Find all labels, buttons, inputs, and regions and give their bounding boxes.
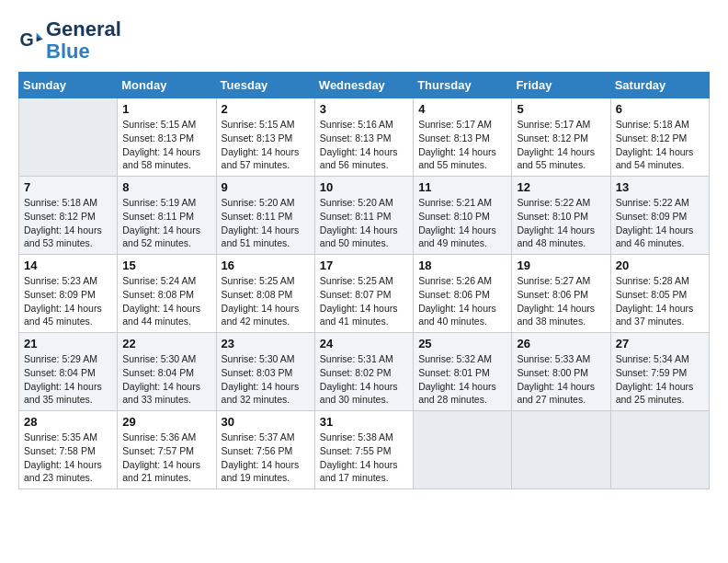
day-number: 3 [320,102,408,116]
calendar-cell: 14Sunrise: 5:23 AM Sunset: 8:09 PM Dayli… [19,255,118,333]
day-info: Sunrise: 5:29 AM Sunset: 8:04 PM Dayligh… [24,352,112,407]
day-info: Sunrise: 5:20 AM Sunset: 8:11 PM Dayligh… [222,196,310,250]
calendar-week-row: 1Sunrise: 5:15 AM Sunset: 8:13 PM Daylig… [19,98,710,177]
day-number: 10 [320,180,408,194]
day-info: Sunrise: 5:27 AM Sunset: 8:06 PM Dayligh… [517,274,605,328]
day-info: Sunrise: 5:23 AM Sunset: 8:09 PM Dayligh… [24,274,112,328]
day-info: Sunrise: 5:33 AM Sunset: 8:00 PM Dayligh… [517,352,605,407]
calendar-cell: 9Sunrise: 5:20 AM Sunset: 8:11 PM Daylig… [216,177,314,255]
day-info: Sunrise: 5:31 AM Sunset: 8:02 PM Dayligh… [320,352,408,407]
day-number: 9 [222,180,310,194]
day-number: 1 [122,102,210,116]
day-number: 22 [122,337,210,350]
day-number: 25 [418,337,506,350]
calendar-week-row: 21Sunrise: 5:29 AM Sunset: 8:04 PM Dayli… [19,333,710,411]
day-info: Sunrise: 5:24 AM Sunset: 8:08 PM Dayligh… [122,274,210,328]
day-number: 6 [616,102,704,116]
day-info: Sunrise: 5:22 AM Sunset: 8:09 PM Dayligh… [616,196,704,250]
calendar-body: 1Sunrise: 5:15 AM Sunset: 8:13 PM Daylig… [19,98,710,489]
calendar-cell: 2Sunrise: 5:15 AM Sunset: 8:13 PM Daylig… [216,98,314,177]
day-number: 13 [616,180,704,194]
day-number: 26 [517,337,605,350]
calendar-header: SundayMondayTuesdayWednesdayThursdayFrid… [19,73,710,98]
calendar-cell: 7Sunrise: 5:18 AM Sunset: 8:12 PM Daylig… [19,177,118,255]
day-info: Sunrise: 5:20 AM Sunset: 8:11 PM Dayligh… [320,196,408,250]
day-number: 15 [122,259,210,272]
calendar-cell: 21Sunrise: 5:29 AM Sunset: 8:04 PM Dayli… [19,333,118,411]
weekday-header: Thursday [414,73,512,98]
calendar-cell: 1Sunrise: 5:15 AM Sunset: 8:13 PM Daylig… [118,98,216,177]
day-info: Sunrise: 5:22 AM Sunset: 8:10 PM Dayligh… [517,196,605,250]
logo: G General Blue [18,18,121,63]
calendar-week-row: 7Sunrise: 5:18 AM Sunset: 8:12 PM Daylig… [19,177,710,255]
day-info: Sunrise: 5:32 AM Sunset: 8:01 PM Dayligh… [418,352,506,407]
day-info: Sunrise: 5:34 AM Sunset: 7:59 PM Dayligh… [616,352,704,407]
logo-icon: G [18,28,44,53]
day-number: 29 [122,415,210,429]
day-info: Sunrise: 5:16 AM Sunset: 8:13 PM Dayligh… [320,118,408,172]
day-number: 27 [616,337,704,350]
calendar-cell: 27Sunrise: 5:34 AM Sunset: 7:59 PM Dayli… [610,333,709,411]
calendar-cell: 25Sunrise: 5:32 AM Sunset: 8:01 PM Dayli… [414,333,512,411]
day-number: 4 [418,102,506,116]
day-number: 2 [222,102,310,116]
calendar-cell: 23Sunrise: 5:30 AM Sunset: 8:03 PM Dayli… [216,333,314,411]
calendar-cell: 31Sunrise: 5:38 AM Sunset: 7:55 PM Dayli… [314,411,413,489]
day-info: Sunrise: 5:21 AM Sunset: 8:10 PM Dayligh… [418,196,506,250]
day-info: Sunrise: 5:15 AM Sunset: 8:13 PM Dayligh… [122,118,210,172]
day-number: 28 [24,415,112,429]
calendar-cell: 3Sunrise: 5:16 AM Sunset: 8:13 PM Daylig… [314,98,413,177]
calendar-cell: 29Sunrise: 5:36 AM Sunset: 7:57 PM Dayli… [118,411,216,489]
day-info: Sunrise: 5:25 AM Sunset: 8:07 PM Dayligh… [320,274,408,328]
calendar-cell: 22Sunrise: 5:30 AM Sunset: 8:04 PM Dayli… [118,333,216,411]
calendar-cell: 4Sunrise: 5:17 AM Sunset: 8:13 PM Daylig… [414,98,512,177]
calendar-cell: 11Sunrise: 5:21 AM Sunset: 8:10 PM Dayli… [414,177,512,255]
day-number: 23 [222,337,310,350]
page-header: G General Blue [18,18,710,63]
day-number: 5 [517,102,605,116]
weekday-header: Monday [118,73,216,98]
calendar-cell: 12Sunrise: 5:22 AM Sunset: 8:10 PM Dayli… [512,177,610,255]
day-number: 12 [517,180,605,194]
day-number: 18 [418,259,506,272]
day-number: 17 [320,259,408,272]
day-info: Sunrise: 5:30 AM Sunset: 8:04 PM Dayligh… [122,352,210,407]
calendar-cell: 8Sunrise: 5:19 AM Sunset: 8:11 PM Daylig… [118,177,216,255]
calendar-cell [512,411,610,489]
calendar-cell: 6Sunrise: 5:18 AM Sunset: 8:12 PM Daylig… [610,98,709,177]
weekday-header: Wednesday [314,73,413,98]
day-number: 16 [222,259,310,272]
calendar-cell: 5Sunrise: 5:17 AM Sunset: 8:12 PM Daylig… [512,98,610,177]
calendar-cell: 20Sunrise: 5:28 AM Sunset: 8:05 PM Dayli… [610,255,709,333]
calendar-cell [414,411,512,489]
day-number: 20 [616,259,704,272]
calendar-cell: 24Sunrise: 5:31 AM Sunset: 8:02 PM Dayli… [314,333,413,411]
calendar-cell: 18Sunrise: 5:26 AM Sunset: 8:06 PM Dayli… [414,255,512,333]
day-info: Sunrise: 5:17 AM Sunset: 8:12 PM Dayligh… [517,118,605,172]
day-number: 14 [24,259,112,272]
day-info: Sunrise: 5:28 AM Sunset: 8:05 PM Dayligh… [616,274,704,328]
calendar-cell [610,411,709,489]
day-number: 8 [122,180,210,194]
day-number: 11 [418,180,506,194]
calendar-cell: 17Sunrise: 5:25 AM Sunset: 8:07 PM Dayli… [314,255,413,333]
day-number: 21 [24,337,112,350]
weekday-header: Sunday [19,73,118,98]
day-info: Sunrise: 5:38 AM Sunset: 7:55 PM Dayligh… [320,431,408,485]
day-info: Sunrise: 5:18 AM Sunset: 8:12 PM Dayligh… [616,118,704,172]
calendar-cell [19,98,118,177]
day-info: Sunrise: 5:26 AM Sunset: 8:06 PM Dayligh… [418,274,506,328]
calendar-cell: 15Sunrise: 5:24 AM Sunset: 8:08 PM Dayli… [118,255,216,333]
day-info: Sunrise: 5:25 AM Sunset: 8:08 PM Dayligh… [222,274,310,328]
day-number: 24 [320,337,408,350]
day-number: 7 [24,180,112,194]
day-info: Sunrise: 5:15 AM Sunset: 8:13 PM Dayligh… [222,118,310,172]
calendar-week-row: 28Sunrise: 5:35 AM Sunset: 7:58 PM Dayli… [19,411,710,489]
calendar-cell: 16Sunrise: 5:25 AM Sunset: 8:08 PM Dayli… [216,255,314,333]
calendar-cell: 19Sunrise: 5:27 AM Sunset: 8:06 PM Dayli… [512,255,610,333]
calendar-table: SundayMondayTuesdayWednesdayThursdayFrid… [18,72,710,489]
day-number: 19 [517,259,605,272]
day-info: Sunrise: 5:19 AM Sunset: 8:11 PM Dayligh… [122,196,210,250]
calendar-week-row: 14Sunrise: 5:23 AM Sunset: 8:09 PM Dayli… [19,255,710,333]
svg-text:G: G [19,29,33,50]
